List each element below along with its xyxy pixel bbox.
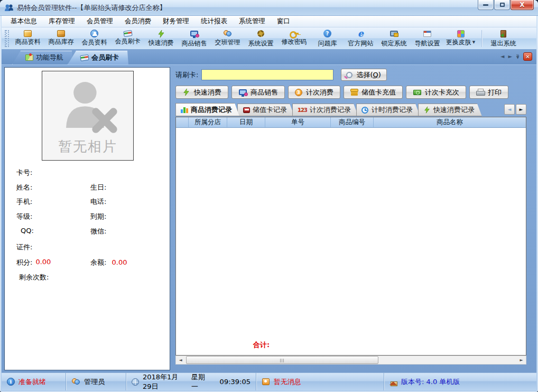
swipe-card-input[interactable] bbox=[201, 69, 333, 80]
status-user-text: 管理员 bbox=[84, 377, 105, 387]
toolbar-exit-system[interactable]: 退出系统 bbox=[487, 29, 520, 49]
nav-settings-icon bbox=[423, 31, 431, 37]
lightning-icon bbox=[182, 88, 190, 96]
scroll-left-arrow[interactable]: ◄ bbox=[176, 356, 185, 364]
table-header-order-number[interactable]: 单号 bbox=[265, 117, 331, 127]
record-tab-stored-card[interactable]: 储值卡记录 bbox=[237, 104, 294, 116]
status-ready-segment: 准备就绪 bbox=[2, 373, 66, 390]
password-key-icon bbox=[290, 31, 299, 37]
toolbar-member-swipe[interactable]: 会员刷卡 bbox=[111, 29, 144, 49]
toolbar-nav-settings[interactable]: 导航设置 bbox=[411, 29, 444, 49]
goods-sale-button[interactable]: 商品销售 bbox=[231, 86, 285, 99]
content-area: 暂无相片 卡号: 姓名: 生日: 手机: 电话: 等级: 到期: bbox=[2, 64, 536, 372]
card-number-label: 卡号: bbox=[16, 168, 32, 178]
toolbar-change-skin[interactable]: 更换皮肤 ▼ bbox=[444, 29, 477, 49]
menu-inventory[interactable]: 库存管理 bbox=[43, 16, 81, 27]
chevron-down-icon: ▼ bbox=[472, 40, 475, 44]
status-date: 2018年1月29日 bbox=[143, 372, 180, 391]
record-tab-count-consume[interactable]: 计次消费记录 bbox=[292, 104, 358, 116]
minimize-icon bbox=[483, 4, 488, 6]
record-tab-quick-consume[interactable]: 快速消费记录 bbox=[418, 104, 482, 116]
table-header-row: 所属分店 日期 单号 商品编号 商品名称 bbox=[176, 117, 526, 128]
table-header-date[interactable]: 日期 bbox=[227, 117, 265, 127]
menu-window[interactable]: 窗口 bbox=[271, 16, 296, 27]
maximize-button[interactable] bbox=[494, 0, 510, 10]
phone-label: 电话: bbox=[90, 197, 106, 207]
toolbar-settings[interactable]: 系统设置 bbox=[244, 29, 277, 49]
menu-consumption[interactable]: 会员消费 bbox=[119, 16, 157, 27]
toolbar-password[interactable]: 修改密码 bbox=[277, 29, 311, 49]
work-area: 请刷卡: 选择(Q) 快速消费 商品销售 bbox=[174, 64, 534, 372]
balance-value: 0.00 bbox=[112, 258, 127, 266]
scrollbar-thumb[interactable] bbox=[186, 356, 378, 364]
menu-finance[interactable]: 财务管理 bbox=[157, 16, 195, 27]
horizontal-scrollbar[interactable]: ◄ ► bbox=[175, 356, 526, 365]
quick-consume-button[interactable]: 快速消费 bbox=[175, 86, 228, 99]
tab-function-nav[interactable]: 功能导航 bbox=[12, 51, 73, 64]
points-label: 积分: bbox=[16, 258, 32, 267]
toolbar-shift-manage[interactable]: 交班管理 bbox=[211, 29, 244, 49]
title-bar[interactable]: 易特会员管理软件--【单据抬头请修改分店全称】 X bbox=[0, 0, 538, 16]
member-fields: 卡号: 姓名: 生日: 手机: 电话: 等级: 到期: QQ: 微信: bbox=[5, 162, 170, 370]
menu-members[interactable]: 会员管理 bbox=[81, 16, 119, 27]
map-icon bbox=[25, 54, 33, 61]
table-header-branch[interactable]: 所属分店 bbox=[189, 117, 227, 127]
record-tab-goods-consume[interactable]: 商品消费记录 bbox=[175, 103, 239, 116]
toolbar-website[interactable]: 官方网站 bbox=[344, 29, 377, 49]
table-header-goods-name[interactable]: 商品名称 bbox=[374, 117, 526, 127]
menu-reports[interactable]: 统计报表 bbox=[195, 16, 233, 27]
birthday-label: 生日: bbox=[90, 183, 106, 192]
maximize-icon bbox=[500, 3, 505, 7]
level-label: 等级: bbox=[16, 212, 32, 221]
toolbar-question-bank[interactable]: 问题库 bbox=[311, 29, 344, 49]
tab-list-button[interactable]: »▼ bbox=[516, 54, 520, 59]
toolbar-member-info[interactable]: 会员资料 bbox=[78, 29, 111, 49]
toolbar-separator bbox=[481, 30, 483, 47]
scroll-right-arrow[interactable]: ► bbox=[517, 356, 526, 364]
tab-close-button[interactable]: ✕ bbox=[523, 52, 532, 61]
menu-system[interactable]: 系统管理 bbox=[233, 16, 271, 27]
scrollbar-track[interactable] bbox=[185, 356, 517, 364]
print-button[interactable]: 打印 bbox=[469, 86, 508, 99]
toolbar-grip[interactable] bbox=[5, 30, 9, 47]
select-member-button[interactable]: 选择(Q) bbox=[341, 69, 386, 81]
goods-info-icon bbox=[24, 30, 32, 37]
website-icon bbox=[356, 29, 366, 39]
count-card-recharge-button[interactable]: 计次卡充次 bbox=[406, 86, 466, 99]
tab-member-swipe[interactable]: 会员刷卡 bbox=[68, 51, 128, 64]
table-header-indicator[interactable] bbox=[176, 117, 189, 127]
name-label: 姓名: bbox=[16, 183, 32, 192]
minimize-button[interactable] bbox=[478, 0, 494, 10]
close-button[interactable]: X bbox=[511, 0, 534, 10]
menu-basic-info[interactable]: 基本信息 bbox=[5, 16, 43, 27]
toolbar-goods-stock[interactable]: 商品库存 bbox=[44, 29, 78, 49]
stored-card-recharge-button[interactable]: 储值卡充值 bbox=[344, 86, 403, 99]
action-button-row: 快速消费 商品销售 计次消费 储值卡充值 计次卡充次 bbox=[175, 86, 508, 99]
toolbar-quick-consume[interactable]: 快速消费 bbox=[144, 29, 178, 49]
record-table: 所属分店 日期 单号 商品编号 商品名称 合计: bbox=[175, 117, 526, 356]
question-icon bbox=[323, 30, 331, 38]
status-ready-text: 准备就绪 bbox=[18, 377, 46, 387]
toolbar: 商品资料 商品库存 会员资料 会员刷卡 快速消费 商品销售 交班管理 系统设置 bbox=[2, 27, 536, 50]
status-weekday: 星期一 bbox=[191, 372, 207, 391]
qq-label: QQ: bbox=[21, 227, 34, 236]
users-icon bbox=[71, 378, 80, 386]
swipe-row: 请刷卡: 选择(Q) bbox=[175, 69, 387, 81]
home-icon bbox=[389, 378, 397, 385]
info-icon bbox=[7, 378, 15, 386]
status-version-text: 版本号: 4.0 单机版 bbox=[401, 377, 460, 387]
toolbar-goods-sale[interactable]: 商品销售 bbox=[178, 29, 211, 49]
record-tab-timed-consume[interactable]: 计时消费记录 bbox=[356, 104, 420, 116]
message-icon bbox=[262, 378, 270, 385]
tab-scroll-right-button[interactable]: ► bbox=[508, 54, 513, 59]
table-header-goods-code[interactable]: 商品编号 bbox=[331, 117, 374, 127]
count-consume-button[interactable]: 计次消费 bbox=[288, 86, 340, 99]
coins-icon bbox=[350, 89, 358, 96]
record-tab-prev-button[interactable]: ◄ bbox=[504, 104, 515, 115]
tab-scroll-left-button[interactable]: ◄ bbox=[500, 54, 505, 59]
settings-gear-icon bbox=[257, 30, 264, 37]
toolbar-goods-info[interactable]: 商品资料 bbox=[11, 29, 44, 49]
app-window: 易特会员管理软件--【单据抬头请修改分店全称】 X 基本信息 库存管理 会员管理… bbox=[0, 0, 538, 392]
toolbar-lock-system[interactable]: 锁定系统 bbox=[377, 29, 411, 49]
record-tab-next-button[interactable]: ► bbox=[516, 104, 526, 115]
